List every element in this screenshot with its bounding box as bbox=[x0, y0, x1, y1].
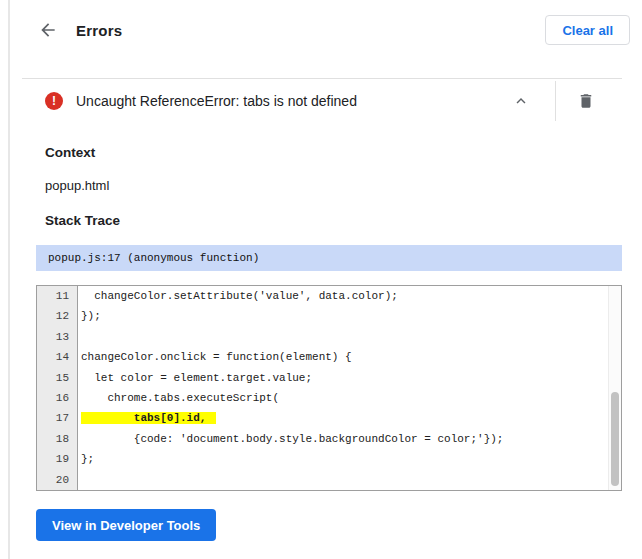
code-line: 17 tabs[0].id, bbox=[37, 408, 621, 428]
line-code: }); bbox=[78, 306, 101, 326]
stack-frame-item[interactable]: popup.js:17 (anonymous function) bbox=[36, 245, 622, 271]
line-number: 11 bbox=[37, 286, 78, 306]
context-heading: Context bbox=[45, 145, 642, 160]
code-viewer: 11 changeColor.setAttribute('value', dat… bbox=[36, 285, 622, 491]
code-line: 12 }); bbox=[37, 306, 621, 326]
line-number: 12 bbox=[37, 306, 78, 326]
line-code: {code: 'document.body.style.backgroundCo… bbox=[78, 429, 503, 449]
error-message: Uncaught ReferenceError: tabs is not def… bbox=[76, 93, 357, 109]
code-scrollbar-track[interactable] bbox=[608, 286, 621, 490]
line-number: 14 bbox=[37, 347, 78, 367]
line-number: 19 bbox=[37, 449, 78, 469]
code-line: 16 chrome.tabs.executeScript( bbox=[37, 388, 621, 408]
error-circle-icon: ! bbox=[45, 92, 63, 110]
chevron-up-icon bbox=[512, 92, 530, 110]
panel-left-edge bbox=[8, 0, 10, 559]
clear-all-button[interactable]: Clear all bbox=[545, 15, 630, 45]
code-rows: 11 changeColor.setAttribute('value', dat… bbox=[37, 286, 621, 490]
page-title: Errors bbox=[76, 22, 122, 39]
line-number: 16 bbox=[37, 388, 78, 408]
code-scrollbar-thumb[interactable] bbox=[611, 392, 619, 486]
line-code: changeColor.onclick = function(element) … bbox=[78, 347, 352, 367]
line-number: 18 bbox=[37, 429, 78, 449]
code-line: 18 {code: 'document.body.style.backgroun… bbox=[37, 429, 621, 449]
line-code: chrome.tabs.executeScript( bbox=[78, 388, 279, 408]
error-summary-row[interactable]: ! Uncaught ReferenceError: tabs is not d… bbox=[0, 79, 642, 123]
code-line: 15 let color = element.target.value; bbox=[37, 368, 621, 388]
header-bar: Errors Clear all bbox=[0, 0, 642, 60]
actions-divider bbox=[555, 81, 556, 121]
code-line: 11 changeColor.setAttribute('value', dat… bbox=[37, 286, 621, 306]
line-code: let color = element.target.value; bbox=[78, 368, 312, 388]
line-code: tabs[0].id, bbox=[78, 408, 216, 428]
context-value: popup.html bbox=[45, 178, 642, 193]
line-code bbox=[78, 470, 81, 490]
view-in-devtools-button[interactable]: View in Developer Tools bbox=[36, 509, 216, 541]
line-number: 13 bbox=[37, 327, 78, 347]
line-code bbox=[78, 327, 81, 347]
line-code: }; bbox=[78, 449, 94, 469]
arrow-left-icon bbox=[38, 20, 58, 40]
code-line: 20 bbox=[37, 470, 621, 490]
delete-error-button[interactable] bbox=[574, 89, 598, 113]
line-number: 20 bbox=[37, 470, 78, 490]
code-line: 19 }; bbox=[37, 449, 621, 469]
line-number: 15 bbox=[37, 368, 78, 388]
back-button[interactable] bbox=[36, 18, 60, 42]
trash-icon bbox=[577, 92, 595, 110]
code-line: 14 changeColor.onclick = function(elemen… bbox=[37, 347, 621, 367]
line-code: changeColor.setAttribute('value', data.c… bbox=[78, 286, 398, 306]
line-number: 17 bbox=[37, 408, 78, 428]
stack-trace-heading: Stack Trace bbox=[45, 213, 642, 228]
collapse-button[interactable] bbox=[509, 89, 533, 113]
code-line: 13 bbox=[37, 327, 621, 347]
